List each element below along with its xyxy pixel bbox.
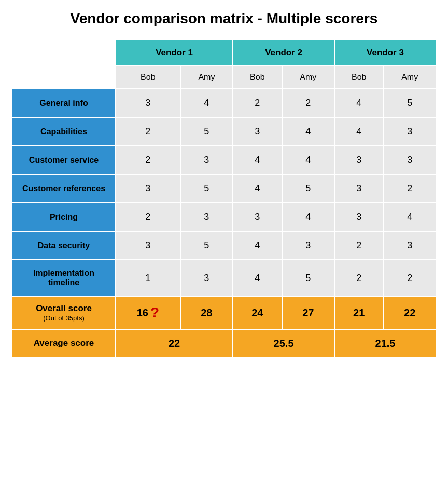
cell-cat3-v0-s1: 5 xyxy=(180,174,233,203)
category-body: General info342245Capabilities253443Cust… xyxy=(12,89,436,296)
cell-cat2-v0-s1: 3 xyxy=(180,146,233,174)
cell-cat0-v2-s1: 5 xyxy=(383,89,436,117)
cell-cat0-v1-s0: 2 xyxy=(233,89,282,117)
v2-amy-scorer: Amy xyxy=(282,66,335,89)
category-row-2: Customer service234433 xyxy=(12,146,436,174)
cell-cat2-v1-s1: 4 xyxy=(282,146,335,174)
cell-cat5-v1-s1: 3 xyxy=(282,231,335,260)
average-v3: 21.5 xyxy=(334,330,436,357)
vendor-header-row: Vendor 1 Vendor 2 Vendor 3 xyxy=(12,40,436,66)
cell-cat4-v1-s0: 3 xyxy=(233,203,282,231)
comparison-table: Vendor 1 Vendor 2 Vendor 3 Bob Amy Bob A… xyxy=(11,39,437,358)
cell-cat5-v0-s0: 3 xyxy=(116,231,180,260)
cell-cat2-v1-s0: 4 xyxy=(233,146,282,174)
cell-cat2-v0-s0: 2 xyxy=(116,146,180,174)
cell-cat3-v1-s0: 4 xyxy=(233,174,282,203)
category-label-6: Implementation timeline xyxy=(12,260,116,296)
category-label-5: Data security xyxy=(12,231,116,260)
cell-cat5-v1-s0: 4 xyxy=(233,231,282,260)
cell-cat1-v0-s0: 2 xyxy=(116,117,180,146)
overall-label-cell: Overall score (Out of 35pts) xyxy=(12,296,116,330)
table-footer: Overall score (Out of 35pts) 16 ? 28 24 … xyxy=(12,296,436,357)
category-label-0: General info xyxy=(12,89,116,117)
v3-amy-scorer: Amy xyxy=(383,66,436,89)
cell-cat3-v1-s1: 5 xyxy=(282,174,335,203)
cell-cat6-v0-s1: 3 xyxy=(180,260,233,296)
vendor1-header: Vendor 1 xyxy=(116,40,233,66)
category-label-4: Pricing xyxy=(12,203,116,231)
cell-cat4-v0-s0: 2 xyxy=(116,203,180,231)
cell-cat5-v2-s0: 2 xyxy=(334,231,383,260)
scorer-empty-cell xyxy=(12,66,116,89)
category-label-1: Capabilities xyxy=(12,117,116,146)
cell-cat6-v0-s0: 1 xyxy=(116,260,180,296)
overall-sub-label: (Out of 35pts) xyxy=(17,314,111,323)
cell-cat4-v2-s1: 4 xyxy=(383,203,436,231)
cell-cat3-v2-s1: 2 xyxy=(383,174,436,203)
v1-bob-scorer: Bob xyxy=(116,66,180,89)
average-v2: 25.5 xyxy=(233,330,334,357)
cell-cat3-v0-s0: 3 xyxy=(116,174,180,203)
average-v1: 22 xyxy=(116,330,233,357)
page-title: Vendor comparison matrix - Multiple scor… xyxy=(11,10,437,27)
cell-cat1-v0-s1: 5 xyxy=(180,117,233,146)
category-row-1: Capabilities253443 xyxy=(12,117,436,146)
main-container: Vendor comparison matrix - Multiple scor… xyxy=(11,10,437,358)
cell-cat6-v1-s0: 4 xyxy=(233,260,282,296)
cell-cat0-v0-s0: 3 xyxy=(116,89,180,117)
cell-cat4-v1-s1: 4 xyxy=(282,203,335,231)
v2-bob-scorer: Bob xyxy=(233,66,282,89)
cell-cat6-v1-s1: 5 xyxy=(282,260,335,296)
category-row-3: Customer references354532 xyxy=(12,174,436,203)
cell-cat6-v2-s0: 2 xyxy=(334,260,383,296)
overall-v1-bob: 16 ? xyxy=(116,296,180,330)
overall-row: Overall score (Out of 35pts) 16 ? 28 24 … xyxy=(12,296,436,330)
cell-cat2-v2-s0: 3 xyxy=(334,146,383,174)
cell-cat4-v2-s0: 3 xyxy=(334,203,383,231)
category-row-5: Data security354323 xyxy=(12,231,436,260)
cell-cat3-v2-s0: 3 xyxy=(334,174,383,203)
scorer-header-row: Bob Amy Bob Amy Bob Amy xyxy=(12,66,436,89)
average-label: Average score xyxy=(12,330,116,357)
cell-cat5-v2-s1: 3 xyxy=(383,231,436,260)
overall-v2-amy: 27 xyxy=(282,296,335,330)
category-row-6: Implementation timeline134522 xyxy=(12,260,436,296)
cell-cat0-v0-s1: 4 xyxy=(180,89,233,117)
overall-v3-amy: 22 xyxy=(383,296,436,330)
cell-cat2-v2-s1: 3 xyxy=(383,146,436,174)
category-row-4: Pricing233434 xyxy=(12,203,436,231)
cell-cat1-v1-s1: 4 xyxy=(282,117,335,146)
category-label-2: Customer service xyxy=(12,146,116,174)
cell-cat1-v2-s0: 4 xyxy=(334,117,383,146)
v1-amy-scorer: Amy xyxy=(180,66,233,89)
cell-cat0-v1-s1: 2 xyxy=(282,89,335,117)
overall-v2-bob: 24 xyxy=(233,296,282,330)
category-label-3: Customer references xyxy=(12,174,116,203)
cell-cat1-v1-s0: 3 xyxy=(233,117,282,146)
header-empty-cell xyxy=(12,40,116,66)
cell-cat6-v2-s1: 2 xyxy=(383,260,436,296)
question-mark-icon: ? xyxy=(150,304,159,321)
vendor3-header: Vendor 3 xyxy=(334,40,436,66)
v3-bob-scorer: Bob xyxy=(334,66,383,89)
cell-cat0-v2-s0: 4 xyxy=(334,89,383,117)
vendor2-header: Vendor 2 xyxy=(233,40,334,66)
category-row-0: General info342245 xyxy=(12,89,436,117)
average-row: Average score 22 25.5 21.5 xyxy=(12,330,436,357)
overall-v3-bob: 21 xyxy=(334,296,383,330)
overall-label: Overall score xyxy=(17,303,111,314)
cell-cat5-v0-s1: 5 xyxy=(180,231,233,260)
cell-cat1-v2-s1: 3 xyxy=(383,117,436,146)
overall-v1-amy: 28 xyxy=(180,296,233,330)
cell-cat4-v0-s1: 3 xyxy=(180,203,233,231)
